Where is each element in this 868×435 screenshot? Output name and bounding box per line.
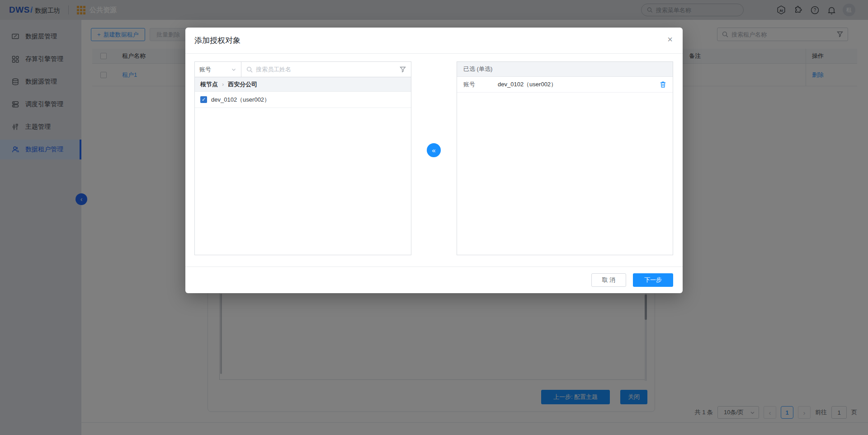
transfer-left-button[interactable]: « [427,143,441,157]
filter-icon[interactable] [400,66,406,73]
modal-title: 添加授权对象 [194,35,241,46]
modal-header: 添加授权对象 [185,28,683,54]
account-checkbox[interactable] [200,96,207,103]
search-icon [246,66,253,73]
screen: DWS i 数据工坊 公共资源 AI ? 租 数据层管理 [0,0,868,435]
selected-row-value: dev_0102（user002） [498,80,557,89]
source-panel-filters: 账号 [195,62,411,77]
breadcrumb: 根节点 › 西安分公司 [195,77,411,92]
double-chevron-left-icon: « [432,146,435,154]
selected-panel: 已选 (单选) 账号 dev_0102（user002） [457,61,673,255]
employee-search-input[interactable] [256,66,396,73]
chevron-down-icon [231,67,236,72]
next-step-button[interactable]: 下一步 [633,273,673,287]
account-option-label: dev_0102（user002） [211,96,270,104]
selected-header-label: 已选 (单选) [463,65,492,73]
breadcrumb-root[interactable]: 根节点 [200,80,218,89]
cancel-label: 取 消 [602,276,616,284]
close-icon[interactable]: × [667,35,673,44]
remove-selected-button[interactable] [660,81,666,88]
account-option[interactable]: dev_0102（user002） [195,92,411,108]
type-select[interactable]: 账号 [195,62,241,77]
next-step-label: 下一步 [644,276,662,284]
breadcrumb-separator-icon: › [222,81,224,88]
breadcrumb-current[interactable]: 西安分公司 [228,80,257,89]
modal-footer: 取 消 下一步 [185,267,683,293]
selected-row-type: 账号 [463,80,498,89]
source-panel: 账号 根节点 › 西安分公司 dev_0102（user002） [194,61,411,255]
selected-panel-header: 已选 (单选) [457,62,673,77]
type-select-value: 账号 [199,65,231,74]
employee-search[interactable] [241,62,411,77]
selected-row: 账号 dev_0102（user002） [457,77,673,93]
cancel-button[interactable]: 取 消 [591,273,626,287]
trash-icon [660,81,666,88]
add-authorization-modal: 添加授权对象 × 账号 根节点 › 西安分公司 [185,28,683,293]
